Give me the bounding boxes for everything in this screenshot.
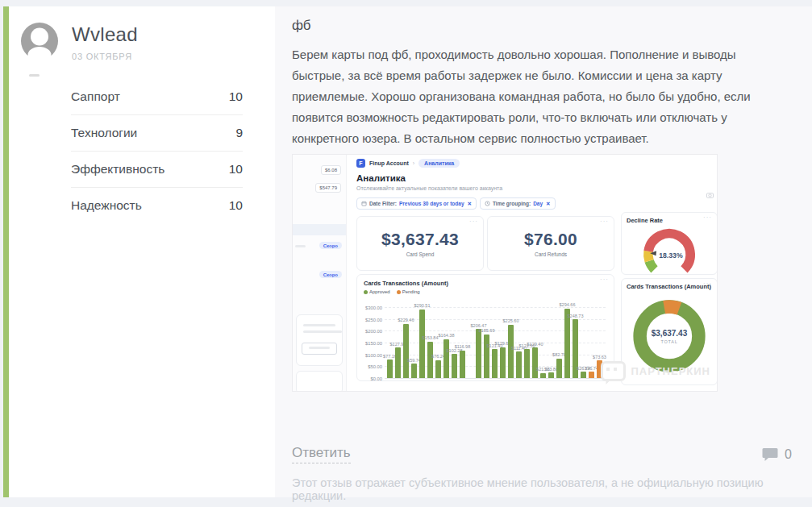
- avatar[interactable]: [21, 23, 58, 60]
- bar-approved: $116.98: [460, 307, 465, 378]
- bar-approved: $76.24: [435, 307, 441, 378]
- bar-approved: $153.84: [427, 307, 433, 378]
- bar-rect: [581, 372, 586, 378]
- dashboard-subheading: Отслеживайте актуальные показатели вашег…: [356, 185, 714, 191]
- legend-label: Pending: [402, 289, 420, 294]
- comments-control[interactable]: 0: [762, 447, 792, 462]
- breadcrumb-app: Finup Account: [369, 160, 409, 166]
- bar-rect: [443, 339, 449, 378]
- gauge-title: Decline Rate: [627, 217, 712, 224]
- author-meta: Wvlead 03 ОКТЯБРЯ: [72, 23, 138, 61]
- ratings-list: Саппорт 10 Технологии 9 Эффективность 10…: [71, 79, 243, 223]
- card-spend-kpi: ··· $3,637.43 Card Spend: [356, 216, 484, 271]
- bar-rect: [411, 364, 417, 378]
- donut-total-label: TOTAL: [660, 339, 677, 344]
- avatar-dash: [29, 74, 40, 77]
- card-menu-icon: ···: [703, 280, 712, 287]
- sidebar-text-skeleton: [295, 245, 306, 247]
- rating-value: 9: [235, 126, 243, 140]
- card-refunds-kpi: ··· $76.00 Card Refunds: [487, 216, 614, 271]
- dashboard-right-column: ··· Decline Rate 18.33%: [621, 212, 718, 385]
- kpi-label: Card Refunds: [535, 251, 567, 257]
- bar-rect: [484, 335, 489, 378]
- pending-dot-icon: [397, 290, 401, 294]
- dashboard-heading: Аналитика: [356, 173, 714, 183]
- time-grouping-chip: Time grouping: Day ✕: [480, 197, 556, 210]
- sidebar-promo-card: [296, 314, 343, 366]
- date-filter-chip: Date Filter: Previous 30 days or today ✕: [356, 197, 477, 210]
- rating-label: Надежность: [71, 198, 142, 213]
- bar-plot: $300.00$250.00$200.00$150.00$100.00$50.0…: [385, 296, 607, 380]
- kpi-value: $3,637.43: [381, 230, 459, 249]
- soon-badge: Скоро: [319, 271, 342, 278]
- finup-logo-icon: F: [356, 159, 365, 168]
- y-tick-label: $250.00: [363, 318, 382, 322]
- bar-rect: [452, 354, 457, 378]
- kpi-label: Card Spend: [406, 251, 435, 257]
- attached-screenshot[interactable]: $6.08 $547.79 Скоро Скоро: [292, 154, 718, 392]
- kpi-row: ··· $3,637.43 Card Spend ··· $76.00 Card…: [356, 216, 614, 271]
- rating-row-technology: Технологии 9: [71, 115, 243, 152]
- review-card: Wvlead 03 ОКТЯБРЯ Саппорт 10 Технологии …: [3, 6, 809, 497]
- dashboard-main: F Finup Account › Аналитика Аналитика От…: [347, 155, 717, 385]
- bar-approved: $59.74: [411, 307, 417, 378]
- bar-pending: $26.74: [589, 307, 594, 378]
- partnerkin-bubble-icon: [601, 361, 626, 381]
- breadcrumb-page-chip: Аналитика: [418, 159, 460, 168]
- page: Wvlead 03 ОКТЯБРЯ Саппорт 10 Технологии …: [0, 0, 812, 507]
- balance-chip: $547.79: [315, 183, 341, 193]
- watermark-text: ПАРТНЕРКИН: [631, 365, 710, 377]
- comment-icon: [762, 447, 778, 462]
- bar-rect: [476, 329, 481, 378]
- grid-line: $0.00: [385, 378, 606, 379]
- bar-rect: [395, 347, 401, 378]
- bar-approved: $225.60: [508, 307, 514, 378]
- bar-rect: [532, 347, 538, 378]
- bar-rect: [564, 309, 570, 378]
- y-tick-label: $100.00: [363, 353, 382, 358]
- review-date: 03 ОКТЯБРЯ: [72, 52, 138, 61]
- dashboard-left-column: ··· $3,637.43 Card Spend ··· $76.00 Card…: [356, 216, 614, 385]
- calendar-icon: [361, 201, 367, 206]
- bar-rect: [548, 372, 554, 378]
- kpi-value: $76.00: [524, 230, 577, 249]
- bar-approved: $229.46: [403, 307, 409, 378]
- bar-rect: [427, 342, 433, 378]
- text-skeleton: [303, 324, 335, 326]
- reply-row: Ответить 0: [292, 445, 792, 463]
- author-block: Wvlead 03 ОКТЯБРЯ: [21, 23, 275, 61]
- gauge-value: 18.33%: [659, 251, 683, 260]
- chart-title: Cards Transactions (Amount): [364, 280, 607, 287]
- filter-value: Previous 30 days or today: [399, 201, 464, 206]
- bar-approved: $82.70: [556, 307, 562, 378]
- bar-approved: $206.47: [476, 307, 481, 378]
- card-menu-icon: ···: [600, 276, 609, 283]
- review-sidebar: Wvlead 03 ОКТЯБРЯ Саппорт 10 Технологии …: [9, 6, 275, 497]
- bar-rect: [516, 351, 522, 378]
- rating-value: 10: [229, 89, 243, 104]
- disclaimer-text: Этот отзыв отражает субъективное мнение …: [292, 476, 792, 502]
- author-name[interactable]: Wvlead: [72, 23, 138, 46]
- chevron-right-icon: ›: [413, 160, 414, 166]
- bar-rect: [589, 372, 594, 378]
- legend-label: Approved: [369, 289, 390, 294]
- bar-approved: $102.28: [452, 307, 457, 378]
- bar-rect: [403, 324, 409, 378]
- bar-rect: [500, 347, 506, 378]
- dashboard-cards: ··· $3,637.43 Card Spend ··· $76.00 Card…: [356, 216, 714, 385]
- y-tick-label: $150.00: [363, 341, 382, 346]
- bar-rect: [492, 349, 498, 378]
- review-title: фб: [292, 18, 792, 34]
- rating-label: Технологии: [71, 126, 137, 140]
- legend-approved: Approved: [364, 289, 390, 294]
- bubble-eyes-icon: [606, 368, 617, 371]
- bar-approved: $164.38: [443, 307, 449, 378]
- reply-link[interactable]: Ответить: [292, 445, 351, 463]
- screenshot-tool-icon: [706, 192, 714, 200]
- y-tick-label: $0.00: [363, 376, 382, 381]
- card-menu-icon: ···: [600, 218, 609, 225]
- rating-label: Эффективность: [71, 162, 164, 177]
- bar-rect: [460, 351, 465, 378]
- approved-dot-icon: [364, 290, 368, 294]
- text-skeleton: [303, 330, 342, 333]
